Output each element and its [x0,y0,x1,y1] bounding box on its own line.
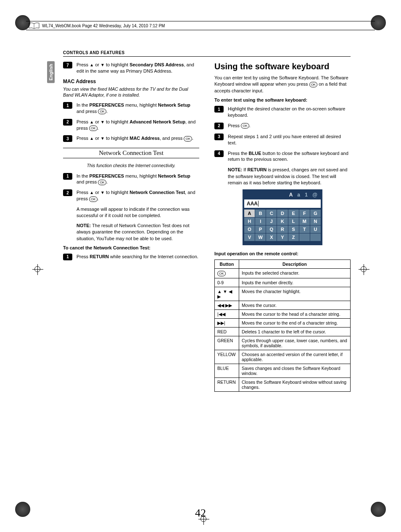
page-content: CONTROLS AND FEATURES 7 Press ▲ or ▼ to … [63,50,351,507]
table-row: ◀◀ ▶▶Moves the cursor. [215,301,351,310]
step-number: 4 [214,150,224,157]
nct-intro: This function checks the Internet connec… [63,162,199,168]
table-cell-button: YELLOW [215,350,239,364]
down-arrow-icon: ▼ [100,136,105,141]
table-row: OKInputs the selected character. [215,269,351,278]
kb-key: U [310,225,321,233]
step-text: Press ▲ or ▼ to highlight Secondary DNS … [77,62,199,74]
ok-icon: OK [217,271,226,276]
table-cell-description: Deletes 1 character to the left of the c… [239,328,350,336]
step-text: In the PREFERENCES menu, highlight Netwo… [77,173,199,186]
table-row: YELLOWChooses an accented version of the… [215,350,351,364]
ok-icon: OK [241,123,249,128]
kb-key: K [277,218,288,225]
table-cell-button: ▲ ▼ ◀ ▶ [215,287,239,301]
language-tab: English [47,61,55,83]
down-arrow-icon: ▼ [100,190,105,195]
cancel-heading: To cancel the Network Connection Test: [63,245,199,250]
page-number: 42 [0,507,401,519]
table-header-button: Button [215,260,239,269]
registration-mark [34,266,40,272]
sk-step-1: 1 Highlight the desired character on the… [214,106,351,118]
table-row: |◀◀Moves the cursor to the head of a cha… [215,310,351,319]
table-row: 0-9Inputs the number directly. [215,278,351,287]
kb-key: L [288,218,299,225]
kb-key [299,233,310,241]
table-row: RETURNCloses the Software Keyboard windo… [215,378,351,392]
enter-text-heading: To enter text using the software keyboar… [214,97,351,102]
sk-step-2: 2 Press OK. [214,123,351,129]
step-number: 1 [63,173,72,180]
step-text: In the PREFERENCES menu, highlight Netwo… [77,102,199,115]
kb-key: C [266,210,277,217]
mac-step-1: 1 In the PREFERENCES menu, highlight Net… [63,102,199,115]
kb-key: W [255,233,266,241]
kb-key: V [244,233,255,241]
table-cell-button: RED [215,328,239,336]
kb-key: B [255,210,266,217]
kb-key: J [266,218,277,225]
table-cell-button: BLUE [215,364,239,378]
step-number: 2 [214,123,224,129]
step-text: Press ▲ or ▼ to highlight Advanced Netwo… [77,119,199,131]
kb-key: Z [288,233,299,241]
step-number: 2 [63,189,72,196]
kb-mode: @ [312,192,319,198]
kb-key: S [288,225,299,233]
table-cell-description: Inputs the selected character. [239,269,350,278]
step-text: Press RETURN while searching for the Int… [77,254,198,260]
step-number: 1 [214,106,224,113]
table-cell-button: OK [215,269,239,278]
kb-key-grid: ABCDEFGHIJKLMNOPQRSTUVWXYZ [244,210,321,241]
table-row: ▶▶|Moves the cursor to the end of a char… [215,319,351,328]
down-arrow-icon: ▼ [100,120,105,124]
table-cell-button: RETURN [215,378,239,392]
kb-mode: A [289,192,294,198]
table-cell-description: Moves the character highlight. [239,287,350,301]
table-cell-description: Saves changes and closes the Software Ke… [239,364,350,378]
kb-input-field: AAA [244,199,321,208]
kb-mode: 1 [305,192,309,198]
sk-intro: You can enter text by using the Software… [214,75,351,94]
step-text: Press OK. [228,123,251,129]
sk-step-4: 4 Press the BLUE button to close the sof… [214,150,351,163]
ok-icon: OK [309,82,318,87]
kb-mode-row: A a 1 @ [244,191,321,199]
table-cell-button: ◀◀ ▶▶ [215,301,239,310]
table-cell-description: Chooses an accented version of the curre… [239,350,350,364]
step-text: Highlight the desired character on the o… [228,106,351,118]
kb-key: P [255,225,266,233]
kb-key: E [288,210,299,217]
kb-key: F [299,210,310,217]
book-icon [29,22,40,29]
table-cell-description: Moves the cursor. [239,301,350,310]
ok-icon: OK [184,136,192,142]
step-number: 3 [214,134,224,140]
up-arrow-icon: ▲ [90,120,94,124]
kb-key: X [266,233,277,241]
kb-key: D [277,210,288,217]
kb-key: O [244,225,255,233]
ok-icon: OK [98,180,106,185]
software-keyboard-heading: Using the software keyboard [214,62,351,71]
step-text: Press the BLUE button to close the softw… [228,150,351,163]
table-cell-description: Inputs the number directly. [239,278,350,287]
kb-key [310,233,321,241]
table-cell-button: |◀◀ [215,310,239,319]
nct-message: A message will appear to indicate if the… [77,206,199,219]
nct-step-2: 2 Press ▲ or ▼ to highlight Network Conn… [63,189,199,202]
nct-step-1: 1 In the PREFERENCES menu, highlight Net… [63,173,199,186]
ok-icon: OK [89,197,98,202]
step-text: Press ▲ or ▼ to highlight MAC Address, a… [77,135,193,142]
kb-key: N [310,218,321,225]
mac-address-heading: MAC Address [63,79,199,84]
kb-key: H [244,218,255,225]
table-cell-description: Moves the cursor to the head of a charac… [239,310,350,319]
mac-step-2: 2 Press ▲ or ▼ to highlight Advanced Net… [63,119,199,131]
table-cell-description: Closes the Software Keyboard window with… [239,378,350,392]
right-column: Using the software keyboard You can ente… [214,62,351,392]
table-heading: Input operation on the remote control: [214,251,351,256]
mac-address-intro: You can view the fixed MAC address for t… [63,86,199,98]
kb-key: M [299,218,310,225]
kb-key: T [299,225,310,233]
